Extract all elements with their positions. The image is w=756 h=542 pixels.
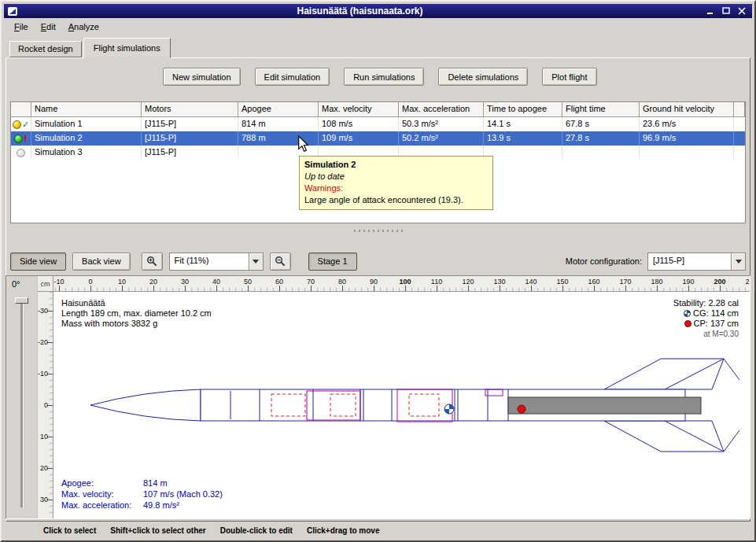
cp-marker (518, 405, 526, 413)
rotation-slider-thumb[interactable] (15, 297, 28, 304)
menu-analyze[interactable]: Analyze (62, 20, 105, 34)
hint-click-to-select: Click to select (43, 526, 96, 535)
nose-cone[interactable] (90, 389, 201, 421)
plot-flight-button[interactable]: Plot flight (542, 68, 596, 86)
zoom-in-icon (146, 256, 158, 267)
rocket-mass: Mass with motors 3832 g (61, 319, 212, 329)
v-ruler-number: 20 (38, 464, 48, 472)
tab-rocket-design[interactable]: Rocket design (9, 41, 82, 57)
h-ruler-number: 60 (266, 278, 293, 286)
cp-line: CP: 137 cm (673, 319, 739, 329)
h-ruler-number: 160 (581, 278, 607, 286)
menu-edit[interactable]: Edit (35, 20, 62, 34)
h-ruler-tick (216, 286, 217, 291)
zoom-in-button[interactable] (142, 253, 163, 271)
h-ruler-tick (405, 286, 406, 291)
v-ruler-tick (47, 500, 53, 500)
chevron-down-icon (736, 260, 742, 264)
h-ruler-number: 200 (706, 278, 733, 286)
v-ruler-number: -20 (38, 338, 48, 346)
rotation-slider-track[interactable] (20, 300, 23, 507)
zoom-select[interactable]: Fit (11%) (169, 253, 264, 271)
back-view-button[interactable]: Back view (72, 253, 131, 271)
v-ruler-tick (47, 342, 53, 343)
column-header-time-to-apogee[interactable]: Time to apogee (484, 102, 562, 117)
h-ruler-number: 150 (549, 278, 576, 286)
cell-name: Simulation 3 (31, 146, 142, 160)
new-simulation-button[interactable]: New simulation (163, 68, 241, 86)
run-simulations-button[interactable]: Run simulations (344, 68, 424, 86)
column-header-motors[interactable]: Motors (142, 102, 238, 117)
stage-1-toggle[interactable]: Stage 1 (308, 253, 357, 271)
menu-file[interactable]: File (8, 20, 35, 34)
rocket-canvas[interactable]: Haisunäätä Length 189 cm, max. diameter … (53, 292, 750, 518)
tab-flight-simulations[interactable]: Flight simulations (83, 38, 171, 58)
column-header-name[interactable]: Name (31, 102, 142, 117)
column-header-flight-time[interactable]: Flight time (562, 102, 640, 117)
column-header-apogee[interactable]: Apogee (238, 102, 319, 117)
application-window: Haisunäätä (haisunaata.ork) FileEditAnal… (0, 0, 756, 542)
flight-data-value: 107 m/s (Mach 0.32) (143, 489, 223, 500)
vertical-ruler: -30-20-100102030 (38, 292, 53, 518)
table-row-simulation-2[interactable]: !Simulation 2[J115-P]788 m109 m/s50.2 m/… (11, 131, 745, 146)
statusbar: Click to selectShift+click to select oth… (4, 523, 752, 538)
column-header-status[interactable] (11, 102, 31, 117)
stability-value: 2.28 cal (708, 298, 739, 308)
zoom-select-arrow[interactable] (249, 253, 263, 270)
h-ruler-tick (500, 286, 500, 291)
stability-label: Stability: (673, 298, 706, 308)
panel-splitter[interactable] (2, 227, 754, 234)
cg-icon (684, 310, 691, 317)
motor-configuration-label: Motor configuration: (566, 256, 642, 266)
flight-data-value: 49.8 m/s² (143, 500, 179, 511)
column-header-filler (734, 102, 745, 117)
h-ruler-tick (625, 286, 626, 291)
table-row-simulation-1[interactable]: ✓Simulation 1[J115-P]814 m108 m/s50.3 m/… (11, 117, 745, 131)
cell-ground_hit_velocity (640, 146, 734, 160)
h-ruler-tick (59, 286, 60, 291)
h-ruler-number: 0 (77, 278, 104, 286)
stability-line: Stability: 2.28 cal (673, 298, 739, 308)
minimize-button[interactable] (704, 6, 717, 17)
flight-data-block: Apogee:814 mMax. velocity:107 m/s (Mach … (61, 477, 223, 511)
cell-apogee: 788 m (238, 131, 319, 146)
h-ruler-number: 100 (392, 278, 419, 286)
column-header-ground-hit-velocity[interactable]: Ground hit velocity (640, 102, 734, 117)
v-ruler-number: 0 (38, 401, 48, 409)
h-ruler-tick (342, 286, 343, 291)
h-ruler-number: 40 (203, 278, 230, 286)
motor-configuration-arrow[interactable] (731, 253, 745, 270)
simulation-status-cell: ! (11, 131, 31, 146)
h-ruler-number: 30 (171, 278, 198, 286)
zoom-out-button[interactable] (270, 253, 291, 271)
edit-simulation-button[interactable]: Edit simulation (255, 68, 330, 86)
column-header-max-velocity[interactable]: Max. velocity (319, 102, 399, 117)
maximize-button[interactable] (720, 6, 733, 17)
titlebar[interactable]: Haisunäätä (haisunaata.ork) (4, 4, 752, 18)
h-ruler-tick (594, 286, 595, 291)
cg-line: CG: 114 cm (673, 308, 739, 319)
cell-max_acceleration: 50.2 m/s² (399, 131, 484, 146)
h-ruler-tick (122, 286, 123, 291)
stability-block: Stability: 2.28 cal CG: 114 cm CP: 137 c… (673, 298, 739, 339)
v-ruler-tick (47, 437, 53, 437)
motor-configuration-select[interactable]: [J115-P] (647, 253, 746, 271)
h-ruler-number: 190 (675, 278, 702, 286)
motor-tube[interactable] (508, 397, 701, 414)
close-button[interactable] (736, 6, 749, 17)
h-ruler-number: 120 (455, 278, 481, 286)
rocket-name: Haisunäätä (61, 298, 212, 308)
h-ruler-tick (468, 286, 469, 291)
h-ruler-number: 180 (644, 278, 670, 286)
cell-apogee: 814 m (238, 117, 319, 131)
cell-time_to_apogee: 13.9 s (484, 131, 562, 146)
tooltip-status: Up to date (304, 171, 488, 183)
side-view-button[interactable]: Side view (10, 253, 66, 271)
status-ball-green-icon (14, 135, 23, 143)
window-icon[interactable] (7, 6, 18, 17)
delete-simulations-button[interactable]: Delete simulations (438, 68, 528, 86)
tooltip-warnings-label: Warnings: (304, 183, 488, 194)
column-header-max-acceleration[interactable]: Max. acceleration (399, 102, 484, 117)
flight-data-label: Apogee: (61, 477, 143, 489)
cell-motors: [J115-P] (142, 117, 238, 131)
